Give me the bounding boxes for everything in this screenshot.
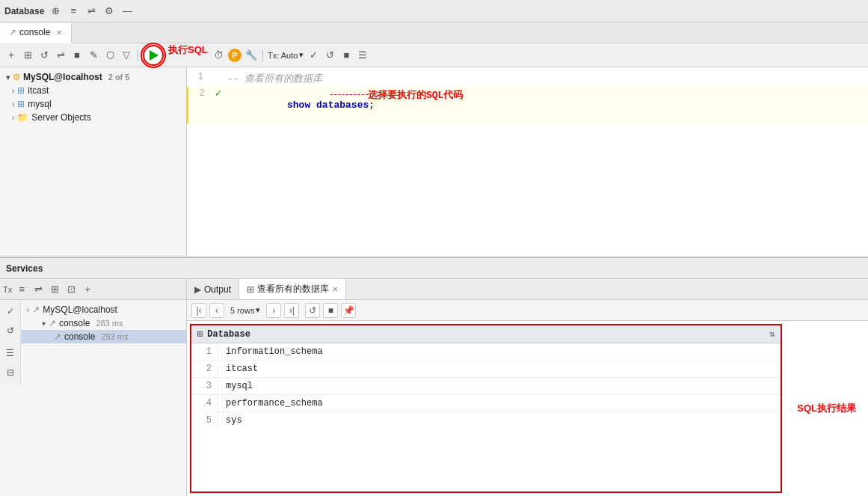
- srv-console-child-icon: ↗: [54, 331, 61, 342]
- console-tab-label: console: [19, 27, 50, 37]
- row-num-1: 1: [191, 343, 218, 360]
- query-tab-label: 查看所有的数据库: [257, 283, 329, 296]
- connection-header[interactable]: ▾ ⊙ MySQL@localhost 2 of 5: [0, 70, 186, 84]
- console-tab[interactable]: ↗ console ✕: [0, 23, 72, 43]
- row-value-2: itcast: [218, 361, 781, 377]
- nav-stop[interactable]: ■: [323, 303, 338, 318]
- srv-check-icon[interactable]: ✓: [2, 303, 19, 319]
- nav-first[interactable]: |‹: [191, 303, 206, 318]
- settings-icon[interactable]: ⚙: [102, 4, 116, 18]
- mysql-label: mysql: [28, 99, 51, 109]
- sidebar-item-itcast[interactable]: › ⊞ itcast: [0, 84, 186, 97]
- split-icon[interactable]: ⇌: [84, 4, 98, 18]
- query-tab-close[interactable]: ✕: [332, 285, 338, 293]
- srv-refresh-icon[interactable]: ↺: [2, 322, 19, 339]
- log-icon[interactable]: ☰: [356, 49, 369, 62]
- filter-icon[interactable]: ▽: [120, 49, 133, 62]
- output-panel: ▶ Output ⊞ 查看所有的数据库 ✕ |‹ ‹ 5 rows ▾ › ›|: [187, 279, 868, 496]
- rollback-icon[interactable]: ↺: [323, 49, 336, 62]
- commit-icon[interactable]: ✓: [307, 49, 320, 62]
- sep1: [138, 49, 138, 61]
- nav-next[interactable]: ›: [266, 303, 281, 318]
- srv-align-icon[interactable]: ≡: [15, 283, 28, 296]
- server-objects-label: Server Objects: [31, 112, 90, 123]
- nav-refresh[interactable]: ↺: [305, 303, 320, 318]
- srv-table-icon[interactable]: ⊟: [2, 364, 19, 381]
- row-value-1: information_schema: [218, 343, 781, 360]
- sql-keyword-databases: databases: [316, 99, 369, 111]
- nav-pin[interactable]: 📌: [341, 303, 356, 318]
- editor-area[interactable]: 1 -- 查看所有的数据库 2 ✓ show databases; 选择要执行的…: [187, 67, 868, 257]
- rows-label: 5 rows ▾: [227, 305, 263, 315]
- refresh-icon[interactable]: ↺: [37, 49, 51, 62]
- console-tab-icon: ↗: [9, 27, 16, 37]
- editor-line-1: 1 -- 查看所有的数据库: [187, 70, 868, 87]
- annotation-run: 执行SQL: [168, 43, 208, 57]
- line-num-2: 2: [188, 87, 211, 99]
- add-query-icon[interactable]: +: [4, 49, 18, 62]
- sep2: [262, 49, 263, 61]
- sidebar-item-mysql[interactable]: › ⊞ mysql: [0, 97, 186, 111]
- nav-last[interactable]: ›|: [284, 303, 299, 318]
- srv-console-icon: ↗: [49, 318, 56, 328]
- itcast-expand: ›: [12, 87, 14, 95]
- grid-icon[interactable]: ≡: [67, 4, 80, 18]
- srv-console-child[interactable]: ↗ console 283 ms: [21, 330, 186, 343]
- edit-icon[interactable]: ✎: [87, 49, 100, 62]
- services-content: Tx ≡ ⇌ ⊞ ⊡ + ✓ ↺ ☰ ⊟ ›: [0, 279, 868, 496]
- srv-console-child-time: 283 ms: [101, 332, 128, 341]
- grid-header-icon: ⊞: [197, 328, 203, 340]
- mysql-expand: ›: [12, 100, 14, 108]
- annotation-arrow: [330, 94, 368, 95]
- format-icon[interactable]: ⇌: [54, 49, 67, 62]
- rows-count: 5 rows: [230, 306, 254, 315]
- srv-add-icon[interactable]: +: [81, 283, 94, 296]
- stop-icon[interactable]: ■: [70, 49, 84, 62]
- grid-row-1: 1 information_schema: [191, 343, 781, 361]
- srv-console-parent[interactable]: ▾ ↗ console 283 ms: [21, 316, 186, 330]
- minimize-icon[interactable]: —: [120, 4, 134, 18]
- line-content-1: -- 查看所有的数据库: [224, 70, 868, 87]
- bottom-area: Services Tx ≡ ⇌ ⊞ ⊡ + ✓ ↺ ☰ ⊟: [0, 258, 868, 496]
- annotation-result: SQL执行结果: [797, 402, 856, 415]
- stop2-icon[interactable]: ■: [339, 49, 353, 62]
- srv-tx-label: Tx: [3, 285, 12, 294]
- line-status-2: ✓: [211, 87, 226, 99]
- services-toolbar: Tx ≡ ⇌ ⊞ ⊡ +: [0, 279, 186, 300]
- row-value-5: sys: [218, 412, 781, 429]
- srv-log-icon[interactable]: ⊡: [64, 283, 78, 296]
- services-tree: › ↗ MySQL@localhost ▾ ↗ console 283 ms ↗…: [21, 300, 186, 384]
- console-tab-close[interactable]: ✕: [56, 28, 62, 37]
- output-tab-icon: ▶: [194, 284, 201, 295]
- tx-selector[interactable]: Tx: Auto ▾: [268, 50, 304, 60]
- itcast-label: itcast: [28, 85, 49, 96]
- nav-prev[interactable]: ‹: [209, 303, 224, 318]
- row-value-4: performance_schema: [218, 395, 781, 411]
- row-num-3: 3: [191, 378, 218, 394]
- wrench-icon[interactable]: 🔧: [244, 49, 258, 62]
- rows-chevron: ▾: [256, 305, 260, 315]
- annotation-result-area: SQL执行结果: [785, 321, 868, 496]
- srv-connection[interactable]: › ↗ MySQL@localhost: [21, 303, 186, 316]
- services-header: Services: [0, 258, 868, 279]
- grid-row-2: 2 itcast: [191, 361, 781, 378]
- output-tab-output[interactable]: ▶ Output: [187, 279, 239, 299]
- copy-icon[interactable]: ⊞: [21, 49, 34, 62]
- p-icon[interactable]: P: [228, 49, 241, 62]
- output-tab-query[interactable]: ⊞ 查看所有的数据库 ✕: [239, 279, 346, 299]
- grid-header: ⊞ Database ⇅: [191, 325, 781, 343]
- tx-chevron: ▾: [299, 50, 304, 60]
- services-sidebar: Tx ≡ ⇌ ⊞ ⊡ + ✓ ↺ ☰ ⊟ ›: [0, 279, 187, 496]
- table-icon[interactable]: ⬡: [103, 49, 117, 62]
- top-area: Database ⊕ ≡ ⇌ ⚙ — ↗ console ✕ + ⊞ ↺ ⇌ ■…: [0, 0, 868, 258]
- history-icon[interactable]: ⏱: [212, 49, 225, 62]
- srv-split-icon[interactable]: ⇌: [31, 283, 45, 296]
- run-button[interactable]: [143, 45, 164, 66]
- output-tabs: ▶ Output ⊞ 查看所有的数据库 ✕: [187, 279, 868, 300]
- sidebar-item-server-objects[interactable]: › 📁 Server Objects: [0, 111, 186, 124]
- main-content: ▾ ⊙ MySQL@localhost 2 of 5 › ⊞ itcast › …: [0, 67, 868, 257]
- add-icon[interactable]: ⊕: [49, 4, 62, 18]
- grid-row-5: 5 sys: [191, 412, 781, 429]
- srv-grid-icon[interactable]: ⊞: [48, 283, 61, 296]
- srv-list-icon[interactable]: ☰: [2, 345, 19, 361]
